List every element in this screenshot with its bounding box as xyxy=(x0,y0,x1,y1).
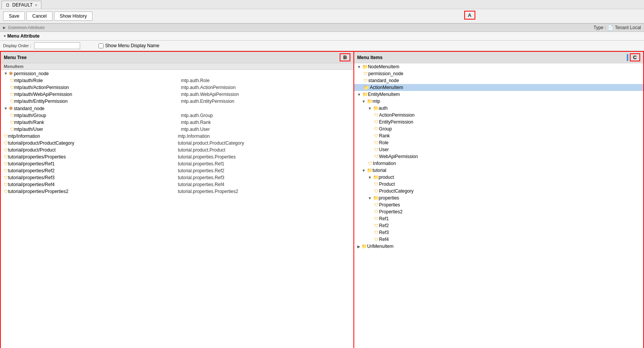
rtoggle-auth[interactable]: ▼ xyxy=(368,106,372,111)
tree-item-rank[interactable]: 🛡 mtp/auth/Rank mtp.auth.Rank xyxy=(1,119,353,126)
tree-item-standard-node[interactable]: ▼ ❋ standard_node xyxy=(1,105,353,112)
toggle-permission-node[interactable]: ▼ xyxy=(4,71,8,76)
rtree-label-url-menuitem: UrlMenuItem xyxy=(367,244,394,249)
rtoggle-product-folder[interactable]: ▼ xyxy=(368,175,372,180)
ritem-icon-info2: 🛡 xyxy=(368,161,372,166)
save-button[interactable]: Save xyxy=(3,12,25,21)
rtree-item-auth[interactable]: ▼ 📁 auth xyxy=(354,105,643,112)
rtoggle-properties-folder[interactable]: ▼ xyxy=(368,196,372,200)
tree-item-product[interactable]: 🛡 tutorial/product/Product tutorial.prod… xyxy=(1,147,353,153)
menu-items-container[interactable]: ▼ 📁 NodeMenuItem 🛡 permission_node 🛡 sta… xyxy=(354,63,643,348)
rtree-item-rank2[interactable]: 🛡 Rank xyxy=(354,132,643,139)
rtree-item-entity-menuitem[interactable]: ▼ 📁 EntityMenuItem xyxy=(354,91,643,98)
show-menu-display-name-checkbox[interactable] xyxy=(99,43,104,48)
tree-item-props[interactable]: 🛡 tutorial/properties/Properties tutoria… xyxy=(1,153,353,160)
item-icon-entityperm: 🛡 xyxy=(10,99,14,104)
rtree-item-actionperm2[interactable]: 🛡 ActionPermission xyxy=(354,112,643,119)
common-attribute-header[interactable]: ▶ Common Attribute Type : 📄 Tenant Local xyxy=(0,23,644,32)
rtree-item-ref2b[interactable]: 🛡 Ref2 xyxy=(354,222,643,229)
rtree-item-node-menuitem[interactable]: ▼ 📁 NodeMenuItem xyxy=(354,63,643,70)
rfolder-icon-entity-menuitem: 📁 xyxy=(362,92,368,97)
tree-item-entityperm[interactable]: 🛡 mtp/auth/EntityPermission mtp.auth.Ent… xyxy=(1,98,353,105)
rtree-item-mtp[interactable]: ▼ 📁 mtp xyxy=(354,98,643,105)
ritem-icon-entityperm2: 🛡 xyxy=(374,120,378,124)
main-content: Menu Tree B MenuItem ▼ ❋ permission_node xyxy=(0,51,644,348)
menu-attribute-header[interactable]: ▼ Menu Attribute xyxy=(0,32,644,41)
tree-item-label-prodcat: tutorial/product/ProductCategory xyxy=(8,140,74,146)
tree-item-group[interactable]: 🛡 mtp/auth/Group mtp.auth.Group xyxy=(1,112,353,119)
tab-close-icon[interactable]: × xyxy=(35,3,37,7)
rtree-item-props4[interactable]: 🛡 Properties2 xyxy=(354,208,643,215)
rtree-item-prodcat2[interactable]: 🛡 ProductCategory xyxy=(354,188,643,195)
ritem-icon-ref2b: 🛡 xyxy=(374,223,378,228)
rtree-label-ref3b: Ref3 xyxy=(379,230,389,235)
rtree-item-action-menuitem[interactable]: 📁 ActionMenuItem xyxy=(354,84,643,91)
rtoggle-url-menuitem[interactable]: ▶ xyxy=(357,244,360,249)
ritem-icon-props3: 🛡 xyxy=(374,203,378,207)
rtree-item-std-node[interactable]: 🛡 standard_node xyxy=(354,77,643,84)
tree-item-ref2[interactable]: 🛡 tutorial/properties/Ref2 tutorial.prop… xyxy=(1,167,353,174)
tree-item-role[interactable]: 🛡 mtp/auth/Role mtp.auth.Role xyxy=(1,77,353,84)
tree-item-label-props: tutorial/properties/Properties xyxy=(8,154,66,160)
rfolder-icon-action: 📁 xyxy=(363,85,369,90)
rtree-item-ref3b[interactable]: 🛡 Ref3 xyxy=(354,229,643,236)
rtree-item-tutorial[interactable]: ▼ 📁 tutorial xyxy=(354,167,643,174)
tree-item-prodcat[interactable]: 🛡 tutorial/product/ProductCategory tutor… xyxy=(1,140,353,147)
show-history-button[interactable]: Show History xyxy=(54,12,93,21)
tree-item-label-ref4: tutorial/properties/Ref4 xyxy=(8,182,54,187)
tree-item-user[interactable]: 🛡 mtp/auth/User mtp.auth.User xyxy=(1,126,353,133)
item-icon-role: 🛡 xyxy=(10,78,14,83)
tree-item-actionperm[interactable]: 🛡 mtp/auth/ActionPermission mtp.auth.Act… xyxy=(1,84,353,91)
rtoggle-entity-menuitem[interactable]: ▼ xyxy=(357,92,361,97)
tree-item-col2-role: mtp.auth.Role xyxy=(181,78,352,83)
rfolder-icon-product: 📁 xyxy=(373,175,379,180)
rtree-item-perm-node[interactable]: 🛡 permission_node xyxy=(354,70,643,77)
tree-item-col2-props: tutorial.properties.Properties xyxy=(178,154,352,160)
tree-item-info[interactable]: 🛡 mtp/Information mtp.Information xyxy=(1,133,353,140)
rtree-item-properties-folder[interactable]: ▼ 📁 properties xyxy=(354,195,643,201)
rtoggle-tutorial[interactable]: ▼ xyxy=(362,168,366,173)
rtree-item-role2[interactable]: 🛡 Role xyxy=(354,139,643,146)
ritem-icon-ref3b: 🛡 xyxy=(374,230,378,235)
rtoggle-node-menuitem[interactable]: ▼ xyxy=(357,65,361,69)
rtree-item-user2[interactable]: 🛡 User xyxy=(354,146,643,153)
rtree-item-entityperm2[interactable]: 🛡 EntityPermission xyxy=(354,119,643,125)
tree-item-permission-node[interactable]: ▼ ❋ permission_node xyxy=(1,70,353,77)
rtree-item-ref1b[interactable]: 🛡 Ref1 xyxy=(354,215,643,222)
rtree-item-ref4b[interactable]: 🛡 Ref4 xyxy=(354,236,643,243)
tab-icon: 🗋 xyxy=(6,3,10,7)
ritem-icon-prodcat2: 🛡 xyxy=(374,189,378,193)
rtree-item-product2[interactable]: 🛡 Product xyxy=(354,181,643,188)
rtree-label-prodcat2: ProductCategory xyxy=(379,188,414,194)
display-order-input[interactable] xyxy=(34,42,80,49)
ritem-icon-role2: 🛡 xyxy=(374,140,378,145)
item-icon-ref1: 🛡 xyxy=(4,162,8,166)
tab-default[interactable]: 🗋 DEFAULT × xyxy=(2,1,41,9)
label-b-badge: B xyxy=(340,53,350,61)
rtoggle-mtp[interactable]: ▼ xyxy=(362,99,366,104)
rtree-label-props3: Properties xyxy=(379,202,400,208)
tree-item-ref4[interactable]: 🛡 tutorial/properties/Ref4 tutorial.prop… xyxy=(1,181,353,188)
rtree-item-group2[interactable]: 🛡 Group xyxy=(354,125,643,132)
show-menu-display-name-label[interactable]: Show Menu Display Name xyxy=(99,43,159,48)
rtree-item-product-folder[interactable]: ▼ 📁 product xyxy=(354,174,643,181)
menu-tree-container[interactable]: ▼ ❋ permission_node 🛡 mtp/auth/Role mtp.… xyxy=(1,70,353,348)
tree-item-ref3[interactable]: 🛡 tutorial/properties/Ref3 tutorial.prop… xyxy=(1,174,353,181)
cancel-button[interactable]: Cancel xyxy=(26,12,52,21)
rtree-item-webapi2[interactable]: 🛡 WebApiPermission xyxy=(354,153,643,160)
item-icon-info: 🛡 xyxy=(4,134,8,139)
tree-item-webapiperm[interactable]: 🛡 mtp/auth/WebApiPermission mtp.auth.Web… xyxy=(1,91,353,98)
tree-item-label-ref2: tutorial/properties/Ref2 xyxy=(8,168,54,173)
tree-item-ref1[interactable]: 🛡 tutorial/properties/Ref1 tutorial.prop… xyxy=(1,160,353,167)
rtree-item-url-menuitem[interactable]: ▶ 📁 UrlMenuItem xyxy=(354,243,643,250)
tree-item-col2-actionperm: mtp.auth.ActionPermission xyxy=(181,85,352,90)
rtree-item-info2[interactable]: 🛡 Information xyxy=(354,160,643,167)
label-c-badge: C xyxy=(630,53,640,61)
tree-item-props2[interactable]: 🛡 tutorial/properties/Properties2 tutori… xyxy=(1,188,353,195)
rtree-item-props3[interactable]: 🛡 Properties xyxy=(354,201,643,208)
toggle-standard-node[interactable]: ▼ xyxy=(4,106,8,111)
item-icon-product: 🛡 xyxy=(4,148,8,152)
rtree-label-group2: Group xyxy=(379,126,392,132)
tree-item-col2-props2: tutorial.properties.Properties2 xyxy=(178,189,352,194)
rtree-label-ref4b: Ref4 xyxy=(379,237,389,242)
